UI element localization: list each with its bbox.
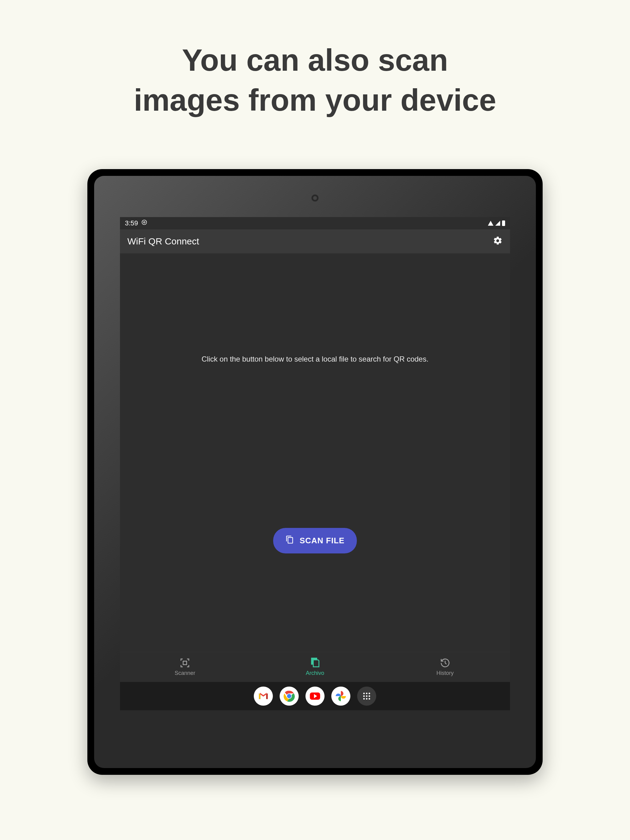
svg-point-11 xyxy=(369,695,370,697)
apps-drawer-icon[interactable] xyxy=(357,687,376,706)
svg-point-13 xyxy=(366,698,367,699)
status-time: 3:59 xyxy=(125,219,138,227)
headline-line1: You can also scan xyxy=(134,40,496,80)
history-icon xyxy=(440,658,450,668)
nav-archivo-label: Archivo xyxy=(306,670,324,676)
scan-file-button[interactable]: SCAN FILE xyxy=(273,528,357,553)
nav-scanner[interactable]: Scanner xyxy=(120,658,250,676)
svg-point-12 xyxy=(363,698,365,699)
nav-archivo[interactable]: Archivo xyxy=(250,658,380,676)
tablet-frame: 3:59 WiFi QR Connect Click on xyxy=(87,169,543,775)
file-copy-icon xyxy=(285,535,294,546)
svg-point-4 xyxy=(287,694,291,698)
svg-point-9 xyxy=(363,695,365,697)
svg-point-0 xyxy=(143,222,145,223)
nav-scanner-label: Scanner xyxy=(175,670,195,676)
svg-point-10 xyxy=(366,695,367,697)
settings-button[interactable] xyxy=(493,236,503,247)
tablet-screen: 3:59 WiFi QR Connect Click on xyxy=(120,217,510,710)
android-status-bar: 3:59 xyxy=(120,217,510,229)
android-dock xyxy=(120,682,510,710)
promo-headline: You can also scan images from your devic… xyxy=(134,40,496,120)
headline-line2: images from your device xyxy=(134,80,496,120)
app-bar: WiFi QR Connect xyxy=(120,229,510,253)
nav-history[interactable]: History xyxy=(380,658,510,676)
youtube-icon[interactable] xyxy=(306,687,324,706)
nav-history-label: History xyxy=(437,670,454,676)
battery-icon xyxy=(502,221,505,226)
signal-icon xyxy=(495,221,500,226)
app-title: WiFi QR Connect xyxy=(127,236,199,246)
gmail-icon[interactable] xyxy=(254,687,273,706)
photos-icon[interactable] xyxy=(331,687,350,706)
svg-point-7 xyxy=(366,693,367,694)
svg-point-8 xyxy=(369,693,370,694)
svg-point-6 xyxy=(363,693,365,694)
chrome-icon[interactable] xyxy=(280,687,299,706)
wifi-icon xyxy=(488,221,494,226)
tablet-bezel: 3:59 WiFi QR Connect Click on xyxy=(94,176,536,768)
settings-status-icon xyxy=(141,219,147,227)
bottom-nav: Scanner Archivo History xyxy=(120,652,510,682)
svg-rect-2 xyxy=(184,661,187,665)
file-icon xyxy=(310,658,320,668)
svg-point-14 xyxy=(369,698,370,699)
instruction-text: Click on the button below to select a lo… xyxy=(201,355,429,363)
tablet-camera xyxy=(311,194,319,202)
qr-scan-icon xyxy=(180,658,190,668)
svg-point-1 xyxy=(142,220,146,225)
main-content: Click on the button below to select a lo… xyxy=(120,253,510,652)
scan-button-label: SCAN FILE xyxy=(300,536,345,545)
